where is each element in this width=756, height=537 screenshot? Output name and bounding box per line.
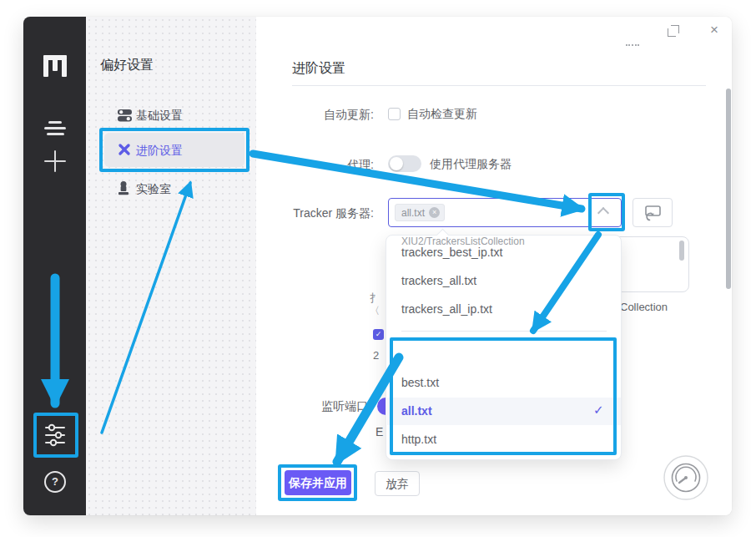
sidebar-item-label: 实验室	[136, 182, 171, 197]
sidebar-item-label: 进阶设置	[136, 144, 183, 159]
speed-limit-button[interactable]	[663, 455, 708, 500]
task-list-icon[interactable]	[44, 121, 66, 139]
add-task-icon[interactable]	[44, 150, 66, 172]
preferences-sliders-icon[interactable]	[43, 423, 67, 448]
tag-remove-icon[interactable]: ×	[429, 207, 440, 218]
minimize-button[interactable]	[626, 44, 639, 46]
preferences-panel: 偏好设置 基础设置 进阶设置	[86, 17, 256, 515]
proxy-label: 代理:	[232, 158, 374, 173]
sidebar-item-advanced-settings[interactable]: 进阶设置	[104, 139, 244, 172]
sync-icon	[643, 205, 662, 221]
help-icon[interactable]: ?	[44, 471, 66, 493]
save-and-apply-button[interactable]: 保存并应用	[285, 470, 351, 495]
textarea-scrollbar-thumb[interactable]	[679, 241, 684, 261]
dropdown-item[interactable]: http.txt	[401, 433, 436, 446]
stamp-icon	[117, 180, 130, 196]
check-icon: ✓	[593, 403, 604, 418]
main-scrollbar-thumb[interactable]	[726, 89, 731, 289]
tracker-label: Tracker 服务器:	[232, 206, 374, 221]
tracker-dropdown: trackers_best_ip.txt trackers_all.txt tr…	[386, 235, 622, 460]
collection-link-tail[interactable]: Collection	[620, 301, 668, 313]
maximize-button[interactable]	[668, 25, 679, 37]
chevron-up-icon[interactable]	[597, 207, 609, 219]
auto-update-label: 自动更新:	[232, 108, 374, 123]
dropdown-item[interactable]: trackers_all_ip.txt	[401, 302, 492, 316]
app-sidebar: ?	[23, 17, 86, 515]
listen-port-label: 监听端口	[321, 399, 368, 414]
motrix-logo-icon	[43, 55, 67, 77]
auto-update-checkbox-label[interactable]: 自动检查更新	[407, 107, 477, 122]
dropdown-item[interactable]: trackers_all.txt	[401, 274, 476, 287]
discard-button[interactable]: 放弃	[375, 471, 420, 496]
toggles-icon	[117, 107, 133, 123]
auto-update-checkbox[interactable]	[388, 108, 401, 120]
sync-trackers-button[interactable]	[633, 198, 673, 227]
proxy-toggle-label: 使用代理服务器	[430, 157, 512, 172]
occluded-text: E	[375, 425, 383, 438]
occluded-text: 2	[373, 349, 379, 362]
sidebar-item-lab[interactable]: 实验室	[104, 177, 244, 210]
tracker-select[interactable]: all.txt ×	[388, 198, 622, 227]
dropdown-item-selected[interactable]: all.txt	[401, 404, 432, 418]
dropdown-item[interactable]: trackers_best_ip.txt	[401, 246, 502, 259]
sidebar-item-label: 基础设置	[136, 109, 183, 124]
close-button[interactable]: ×	[706, 22, 723, 38]
selected-tag: all.txt ×	[395, 204, 445, 221]
preferences-title: 偏好设置	[100, 57, 154, 74]
occluded-checkbox[interactable]: ✓	[373, 329, 384, 340]
tools-icon	[117, 142, 132, 157]
sidebar-item-basic-settings[interactable]: 基础设置	[104, 104, 244, 137]
toggle-knob	[390, 157, 403, 170]
tag-label: all.txt	[401, 207, 425, 219]
dropdown-item[interactable]: best.txt	[401, 376, 439, 389]
dropdown-group-label: XIU2/TrackersListCollection	[401, 236, 525, 247]
speedometer-icon	[663, 455, 708, 500]
dropdown-divider	[401, 331, 607, 332]
title-divider	[292, 85, 706, 86]
occluded-tip-char: 〈	[370, 304, 380, 318]
app-window: ? 偏好设置 基础设置 进阶设置	[23, 17, 732, 515]
page-title: 进阶设置	[292, 60, 345, 78]
proxy-toggle[interactable]	[388, 155, 421, 172]
